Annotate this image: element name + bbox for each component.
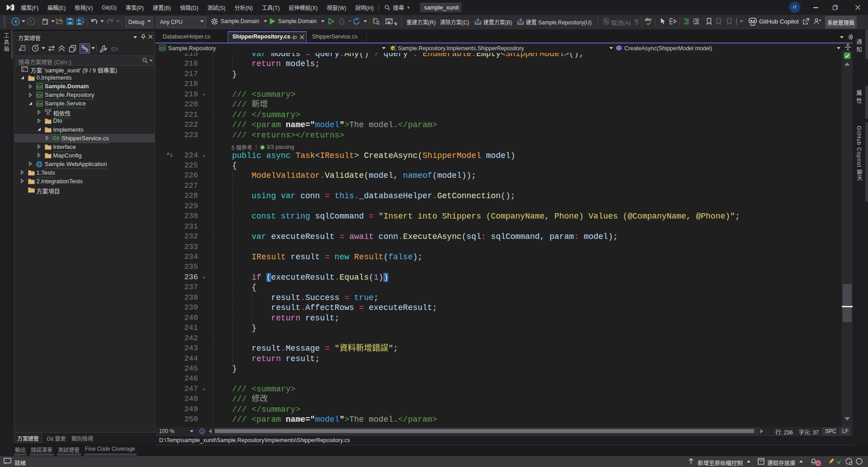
- svg-text:C#: C#: [37, 102, 42, 106]
- svg-text:C#: C#: [53, 135, 59, 141]
- svg-text:C#: C#: [160, 46, 165, 51]
- svg-text:C#: C#: [37, 85, 42, 89]
- svg-text:C#: C#: [37, 93, 42, 98]
